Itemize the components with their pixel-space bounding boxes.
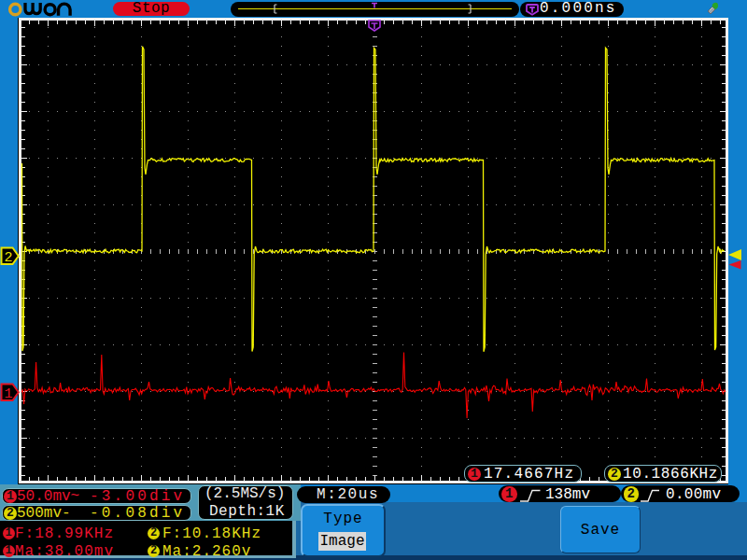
svg-text:2: 2 <box>5 250 13 266</box>
svg-text:1: 1 <box>5 386 13 402</box>
